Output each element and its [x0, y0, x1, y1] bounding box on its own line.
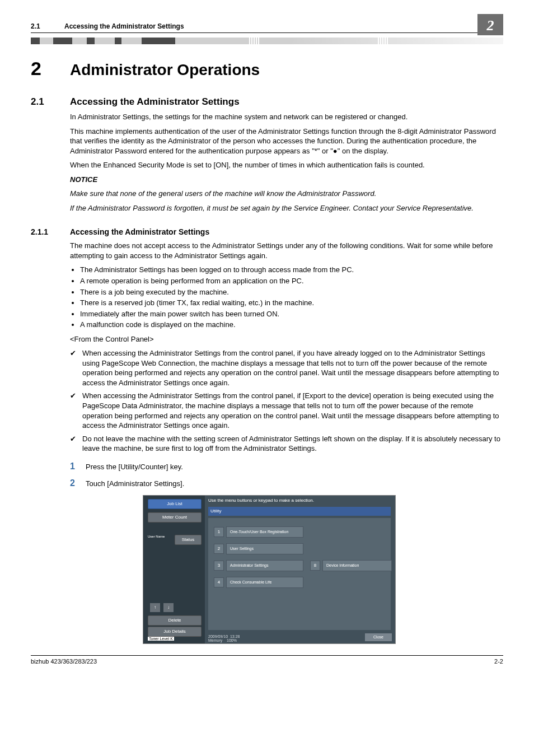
user-name-label: User Name: [148, 535, 172, 539]
job-details-button[interactable]: Job Details: [148, 627, 202, 637]
footer-model: bizhub 423/363/283/223: [31, 658, 97, 665]
down-arrow-button[interactable]: ↓: [163, 603, 174, 612]
paragraph: When the Enhanced Security Mode is set t…: [70, 160, 503, 170]
administrator-settings-button[interactable]: Administrator Settings: [226, 560, 303, 571]
chapter-badge: 2: [477, 14, 503, 35]
section-title: Accessing the Administrator Settings: [70, 96, 240, 108]
list-item: When accessing the Administrator Setting…: [70, 348, 503, 388]
menu-number: 2: [214, 544, 224, 554]
notice-heading: NOTICE: [70, 175, 503, 185]
notice-text: Make sure that none of the general users…: [70, 189, 503, 199]
check-list: When accessing the Administrator Setting…: [70, 348, 503, 453]
subsection-number: 2.1.1: [31, 227, 70, 236]
device-information-button[interactable]: Device Information: [322, 560, 392, 571]
menu-number: 8: [310, 561, 320, 571]
menu-number: 1: [214, 527, 224, 537]
utility-breadcrumb: Utility: [208, 507, 391, 516]
user-settings-button[interactable]: User Settings: [226, 543, 303, 554]
paragraph: <From the Control Panel>: [70, 334, 503, 344]
header-section-title: Accessing the Administrator Settings: [64, 22, 184, 30]
control-panel-screenshot: Job List Meter Count User Name Status ↑ …: [143, 495, 396, 644]
job-list-tab[interactable]: Job List: [148, 499, 202, 509]
list-item: When accessing the Administrator Setting…: [70, 391, 503, 430]
subsection-title: Accessing the Administrator Settings: [70, 227, 209, 236]
onetouch-userbox-button[interactable]: One-Touch/User Box Registration: [226, 526, 303, 538]
list-item: There is a job being executed by the mac…: [80, 287, 503, 297]
step-text: Touch [Administrator Settings].: [86, 479, 184, 488]
list-item: The Administrator Settings has been logg…: [80, 265, 503, 275]
header-section-number: 2.1: [31, 22, 64, 30]
menu-number: 3: [214, 561, 224, 571]
meter-count-button[interactable]: Meter Count: [148, 512, 202, 522]
up-arrow-button[interactable]: ↑: [150, 603, 160, 612]
paragraph: This machine implements authentication o…: [70, 127, 503, 156]
step-text: Press the [Utility/Counter] key.: [86, 463, 183, 471]
chapter-number: 2: [31, 58, 70, 80]
notice-text: If the Administrator Password is forgott…: [70, 203, 503, 213]
list-item: Do not leave the machine with the settin…: [70, 434, 503, 454]
list-item: A malfunction code is displayed on the m…: [80, 320, 503, 330]
instruction-message: Use the menu buttons or keypad to make a…: [208, 498, 314, 503]
step-number: 1: [70, 461, 86, 472]
bullet-list: The Administrator Settings has been logg…: [70, 265, 503, 329]
list-item: Immediately after the main power switch …: [80, 309, 503, 319]
close-button[interactable]: Close: [365, 633, 392, 641]
toner-level-label: Toner Level K: [148, 637, 174, 641]
footer-page-number: 2-2: [494, 658, 503, 665]
paragraph: The machine does not accept access to th…: [70, 241, 503, 260]
decorative-bar: [31, 38, 503, 44]
header-rule: [31, 32, 503, 33]
paragraph: In Administrator Settings, the settings …: [70, 112, 503, 122]
check-consumable-life-button[interactable]: Check Consumable Life: [226, 577, 303, 588]
list-item: There is a reserved job (timer TX, fax r…: [80, 298, 503, 308]
step-number: 2: [70, 478, 86, 488]
status-button[interactable]: Status: [175, 535, 202, 545]
status-bar: 2009/09/10 13:28 Memory 100%: [208, 634, 240, 642]
menu-number: 4: [214, 577, 224, 587]
section-number: 2.1: [31, 96, 70, 108]
chapter-title: Administrator Operations: [70, 61, 260, 79]
delete-button[interactable]: Delete: [148, 615, 202, 626]
list-item: A remote operation is being performed fr…: [80, 276, 503, 286]
